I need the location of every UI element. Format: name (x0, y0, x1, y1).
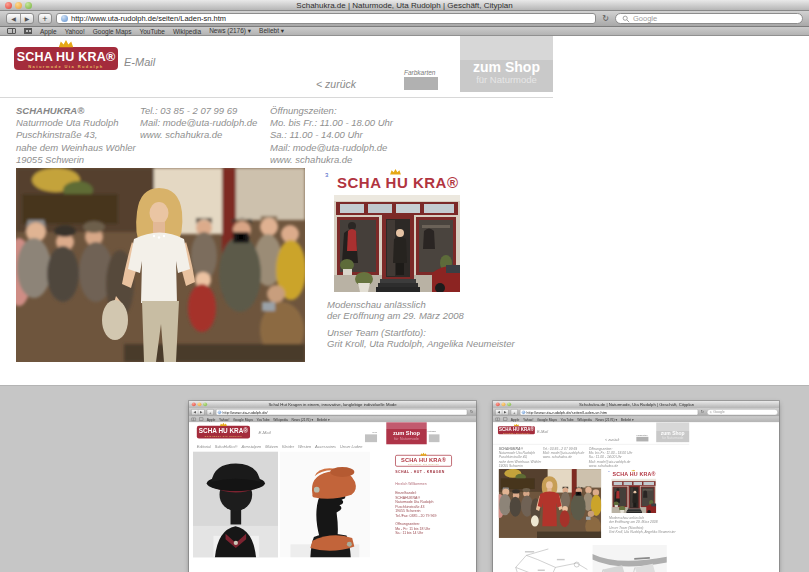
nav-link-editorial[interactable]: Editorial (197, 444, 211, 448)
bookmarks-grid-icon[interactable] (199, 418, 203, 421)
bookmark-item[interactable]: Beliebt ▾ (621, 417, 634, 421)
bookmark-item[interactable]: Beliebt ▾ (317, 417, 330, 421)
google-search-field[interactable]: Google (707, 409, 778, 415)
reload-button[interactable]: ↻ (469, 410, 474, 415)
nav-link-unser-laden[interactable]: Unser Laden (340, 444, 362, 448)
search-icon (622, 15, 630, 23)
nav-link-westen[interactable]: Westen (298, 444, 311, 448)
close-button[interactable] (192, 402, 196, 406)
welcome-text: Herzlich Willkommen (395, 482, 455, 486)
bookmark-item[interactable]: Apple (511, 417, 520, 421)
window-titlebar[interactable]: Schahukra.de | Naturmode, Uta Rudolph | … (493, 401, 779, 408)
nav-link-accessoires[interactable]: Accessoires (315, 444, 336, 448)
caption-team: Unser Team (Startfoto): Grit Kroll, Uta … (609, 526, 676, 534)
swatch-label: zum (361, 431, 377, 433)
forward-button[interactable]: ▶ (502, 410, 508, 415)
zum-shop-button[interactable]: zum Shop für Naturmode (656, 422, 689, 442)
close-button[interactable] (5, 2, 12, 9)
zum-shop-button[interactable]: zum Shop für Naturmode (460, 36, 553, 92)
add-bookmark-button[interactable]: + (207, 409, 214, 415)
zoom-button[interactable] (507, 402, 511, 406)
email-link[interactable]: E-Mail (537, 429, 548, 433)
url-text: http://www.uta-rudolph.de/seiten/Laden-s… (526, 410, 696, 414)
bookmarks-book-icon[interactable] (7, 28, 16, 34)
bookmark-item[interactable]: YouTube (139, 28, 165, 35)
minimize-button[interactable] (198, 402, 202, 406)
swatch-box[interactable] (365, 434, 377, 442)
window-titlebar[interactable]: Schahukra.de | Naturmode, Uta Rudolph | … (0, 0, 809, 11)
zoom-button[interactable] (203, 402, 207, 406)
bookmark-item[interactable]: Apple (207, 417, 216, 421)
bookmarks-book-icon[interactable] (495, 418, 499, 421)
farbkarten-swatch[interactable] (404, 77, 438, 90)
text-line: Mo. bis Fr.: 11.00 - 18.00 Uhr (270, 117, 393, 129)
address-bar[interactable]: http://www.uta-rudolph.de/seiten/Laden-s… (520, 409, 698, 415)
bookmark-item[interactable]: Google Maps (93, 28, 132, 35)
bookmark-item[interactable]: Yahoo! (65, 28, 85, 35)
thumbnail-window-shop[interactable]: Schal Hut Kragen in einem, innovative, l… (189, 401, 476, 572)
nav-link-kleider[interactable]: Kleider (282, 444, 294, 448)
minimize-button[interactable] (15, 2, 22, 9)
window-title: Schahukra.de | Naturmode, Uta Rudolph | … (579, 402, 694, 407)
address-bar[interactable]: http://www.uta-rudolph.de/ (216, 409, 467, 415)
bookmark-item[interactable]: Apple (40, 28, 57, 35)
bookmarks-book-icon[interactable] (191, 418, 195, 421)
text-line: www. schahukra.de (543, 455, 585, 459)
bookmark-item[interactable]: Yahoo! (219, 417, 229, 421)
close-button[interactable] (496, 402, 500, 406)
bookmark-item[interactable]: Wikipedia (273, 417, 288, 421)
bookmarks-grid-icon[interactable] (503, 418, 507, 421)
zum-shop-button[interactable]: zum Shop für Naturmode (386, 422, 426, 444)
katalog-box[interactable] (429, 434, 440, 442)
thumbnail-window-laden[interactable]: Schahukra.de | Naturmode, Uta Rudolph | … (493, 401, 779, 572)
forward-button[interactable]: ▶ (20, 14, 33, 23)
site-logo[interactable]: SCHA HU KRA® Naturmode Uta Rudolph (197, 426, 250, 439)
zurueck-link[interactable]: < zurück (316, 78, 356, 90)
bookmark-item[interactable]: Yahoo! (523, 417, 533, 421)
history-buttons: ◀ ▶ (191, 409, 204, 415)
bookmark-item[interactable]: Beliebt ▾ (259, 27, 284, 35)
caption-event: Modenschau anlässlich der Eröffnung am 2… (609, 516, 658, 524)
google-search-field[interactable]: Google (615, 13, 803, 24)
window-titlebar[interactable]: Schal Hut Kragen in einem, innovative, l… (189, 401, 476, 408)
add-bookmark-button[interactable]: + (511, 409, 518, 415)
bookmark-item[interactable]: News (2176) ▾ (595, 417, 617, 421)
farbkarten-swatch[interactable] (636, 437, 648, 442)
cityplan-map (592, 545, 667, 572)
crown-icon (389, 169, 402, 175)
bookmark-item[interactable]: YouTube (256, 417, 269, 421)
site-logo[interactable]: SCHA HU KRA® Naturmode Uta Rudolph (498, 426, 535, 434)
bookmark-item[interactable]: YouTube (560, 417, 573, 421)
text-line: Grit Kroll, Uta Rudolph, Angelika Neumei… (609, 529, 676, 533)
forward-button[interactable]: ▶ (198, 410, 204, 415)
katalog-label: Katalog (427, 429, 441, 431)
nav-link-armstulpen[interactable]: Armstulpen (242, 444, 262, 448)
bookmark-item[interactable]: News (2176) ▾ (209, 27, 251, 35)
email-link[interactable]: E-Mail (259, 430, 271, 435)
address-bar[interactable]: http://www.uta-rudolph.de/seiten/Laden-s… (56, 13, 596, 24)
add-bookmark-button[interactable]: + (38, 13, 52, 24)
bookmark-item[interactable]: Google Maps (537, 417, 557, 421)
bookmark-item[interactable]: Google Maps (233, 417, 253, 421)
bookmark-item[interactable]: Wikipedia (173, 28, 201, 35)
caption-event: Modenschau anlässlich der Eröffnung am 2… (327, 299, 464, 321)
email-link[interactable]: E-Mail (124, 56, 155, 68)
reload-button[interactable]: ↻ (600, 14, 611, 23)
bookmark-item[interactable]: News (2176) ▾ (291, 417, 313, 421)
text-line: SCHA HU KRA® (337, 174, 459, 191)
zoom-button[interactable] (25, 2, 32, 9)
search-placeholder: Google (713, 410, 724, 414)
minimize-button[interactable] (502, 402, 506, 406)
nav-link-schahukra[interactable]: SchaHuKra® (215, 444, 238, 448)
nav-link-muetzen[interactable]: Mützen (265, 444, 278, 448)
logo-plate: SCHA HU KRA® Naturmode Uta Rudolph (14, 47, 118, 70)
back-button[interactable]: ◀ (7, 14, 20, 23)
text-line: Puschkinstraße 43, (16, 129, 136, 141)
text-line: Sa.: 11.00 - 14.00 Uhr (270, 129, 393, 141)
reload-button[interactable]: ↻ (700, 410, 705, 415)
window-controls (496, 402, 511, 406)
bookmarks-grid-icon[interactable] (24, 28, 32, 34)
zurueck-link[interactable]: < zurück (605, 437, 619, 441)
bookmark-item[interactable]: Wikipedia (577, 417, 592, 421)
site-logo[interactable]: SCHA HU KRA® Naturmode Uta Rudolph (14, 47, 118, 70)
